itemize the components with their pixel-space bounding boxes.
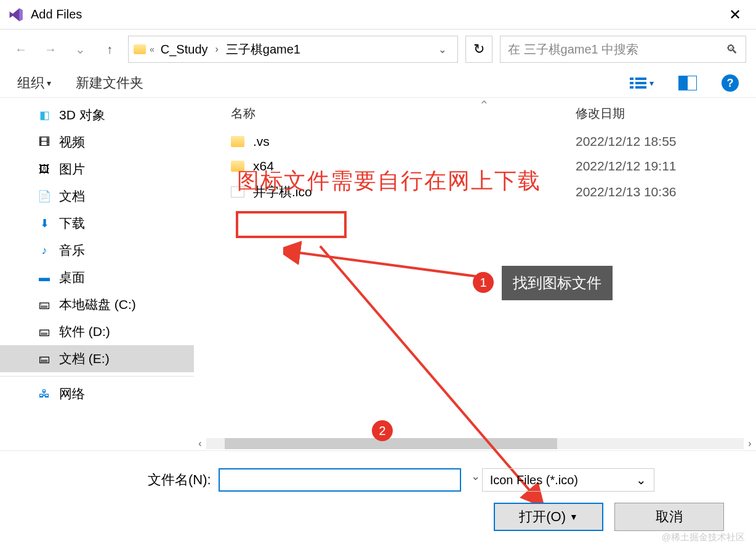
annotation-callout-1: 找到图标文件 xyxy=(502,266,613,300)
sidebar[interactable]: ◧3D 对象 🎞视频 🖼图片 📄文档 ⬇下载 ♪音乐 ▬桌面 🖴本地磁盘 (C:… xyxy=(0,98,194,450)
list-view-icon xyxy=(630,76,647,90)
svg-rect-3 xyxy=(635,82,646,84)
sidebar-item-label: 图片 xyxy=(59,161,85,178)
view-mode-button[interactable]: ▾ xyxy=(630,76,654,90)
desktop-icon: ▬ xyxy=(37,271,52,284)
sidebar-item-downloads[interactable]: ⬇下载 xyxy=(0,210,194,237)
search-input[interactable]: 在 三子棋game1 中搜索 🔍︎ xyxy=(500,36,746,63)
sort-indicator-icon[interactable]: ⌃ xyxy=(475,98,494,113)
scroll-track[interactable] xyxy=(206,438,744,449)
sidebar-item-videos[interactable]: 🎞视频 xyxy=(0,129,194,156)
refresh-button[interactable]: ↻ xyxy=(465,36,493,63)
music-icon: ♪ xyxy=(37,244,52,257)
sidebar-item-label: 音乐 xyxy=(59,242,85,259)
filename-history-dropdown[interactable]: ⌄ xyxy=(471,469,480,483)
filetype-value: Icon Files (*.ico) xyxy=(490,473,578,487)
svg-rect-5 xyxy=(635,86,646,89)
folder-icon xyxy=(134,44,146,54)
breadcrumb[interactable]: « C_Study › 三子棋game1 ⌄ xyxy=(128,36,458,63)
sidebar-item-label: 软件 (D:) xyxy=(59,323,110,340)
annotation-badge-2: 2 xyxy=(372,420,393,441)
sidebar-item-network[interactable]: 🖧网络 xyxy=(0,376,194,407)
file-row[interactable]: .vs 2022/12/12 18:55 xyxy=(194,129,756,154)
sidebar-item-label: 视频 xyxy=(59,134,85,151)
annotation-highlight-box xyxy=(236,211,347,238)
bottom-panel: 文件名(N): ⌄ Icon Files (*.ico) ⌄ 打开(O)▼ 取消 xyxy=(0,451,756,543)
preview-pane-button[interactable] xyxy=(678,76,697,90)
sidebar-item-3d[interactable]: ◧3D 对象 xyxy=(0,102,194,129)
file-date: 2022/12/12 18:55 xyxy=(576,134,677,149)
sidebar-item-music[interactable]: ♪音乐 xyxy=(0,237,194,264)
forward-button[interactable]: → xyxy=(39,38,62,60)
sidebar-item-documents[interactable]: 📄文档 xyxy=(0,183,194,210)
sidebar-item-desktop[interactable]: ▬桌面 xyxy=(0,264,194,291)
chevron-right-icon[interactable]: › xyxy=(214,44,220,55)
file-name: .vs xyxy=(253,134,576,149)
picture-icon: 🖼 xyxy=(37,163,52,175)
back-button[interactable]: ← xyxy=(10,38,32,60)
scroll-left-icon[interactable]: ‹ xyxy=(194,438,206,449)
column-headers: ⌃ 名称 修改日期 xyxy=(194,98,756,129)
annotation-red-text: 图标文件需要自行在网上下载 xyxy=(237,166,541,196)
file-date: 2022/12/12 19:11 xyxy=(576,159,677,174)
cube-icon: ◧ xyxy=(37,109,52,121)
file-date: 2022/12/13 10:36 xyxy=(576,185,677,199)
horizontal-scrollbar[interactable]: ‹ › xyxy=(194,437,756,450)
svg-rect-2 xyxy=(630,82,633,84)
document-icon: 📄 xyxy=(37,190,52,202)
vs-icon xyxy=(7,6,25,23)
filename-input[interactable] xyxy=(219,468,461,492)
network-icon: 🖧 xyxy=(37,388,52,400)
recent-dropdown[interactable]: ⌄ xyxy=(69,38,91,60)
breadcrumb-history-dropdown[interactable]: ⌄ xyxy=(432,44,452,55)
column-name[interactable]: 名称 xyxy=(231,105,576,122)
sidebar-item-label: 桌面 xyxy=(59,269,85,286)
svg-rect-0 xyxy=(630,78,633,80)
file-list-area: ⌃ 名称 修改日期 .vs 2022/12/12 18:55 x64 2022/… xyxy=(194,98,756,450)
search-icon[interactable]: 🔍︎ xyxy=(726,42,738,57)
open-button[interactable]: 打开(O)▼ xyxy=(494,503,603,531)
svg-rect-1 xyxy=(635,78,646,80)
new-folder-button[interactable]: 新建文件夹 xyxy=(76,74,143,92)
folder-icon xyxy=(231,136,244,147)
breadcrumb-seg-1[interactable]: C_Study xyxy=(158,40,211,59)
sidebar-item-label: 网络 xyxy=(59,385,85,402)
filetype-dropdown[interactable]: Icon Files (*.ico) ⌄ xyxy=(482,468,654,492)
sidebar-item-pictures[interactable]: 🖼图片 xyxy=(0,156,194,183)
column-modified[interactable]: 修改日期 xyxy=(576,105,748,122)
filename-label: 文件名(N): xyxy=(148,471,211,489)
sidebar-item-label: 下载 xyxy=(59,215,85,232)
cancel-button[interactable]: 取消 xyxy=(614,503,724,531)
film-icon: 🎞 xyxy=(37,136,52,148)
annotation-badge-1: 1 xyxy=(473,272,494,293)
organize-button[interactable]: 组织▾ xyxy=(17,74,51,92)
sidebar-item-label: 3D 对象 xyxy=(59,106,105,124)
sidebar-item-disk-d[interactable]: 🖴软件 (D:) xyxy=(0,318,194,345)
disk-icon: 🖴 xyxy=(37,353,52,365)
window-title: Add Files xyxy=(31,7,722,22)
disk-icon: 🖴 xyxy=(37,325,52,338)
help-button[interactable]: ? xyxy=(722,74,739,92)
download-icon: ⬇ xyxy=(37,217,52,230)
sidebar-item-disk-c[interactable]: 🖴本地磁盘 (C:) xyxy=(0,291,194,318)
svg-rect-4 xyxy=(630,86,633,89)
toolbar: 组织▾ 新建文件夹 ▾ ? xyxy=(0,69,756,97)
nav-row: ← → ⌄ ↑ « C_Study › 三子棋game1 ⌄ ↻ 在 三子棋ga… xyxy=(0,30,756,69)
breadcrumb-root-sep: « xyxy=(150,44,155,54)
main-area: ◧3D 对象 🎞视频 🖼图片 📄文档 ⬇下载 ♪音乐 ▬桌面 🖴本地磁盘 (C:… xyxy=(0,97,756,451)
sidebar-item-disk-e[interactable]: 🖴文档 (E:) xyxy=(0,345,194,372)
search-placeholder: 在 三子棋game1 中搜索 xyxy=(508,41,638,58)
sidebar-item-label: 文档 xyxy=(59,188,85,205)
scroll-right-icon[interactable]: › xyxy=(744,438,756,449)
scroll-thumb[interactable] xyxy=(225,438,557,449)
sidebar-item-label: 本地磁盘 (C:) xyxy=(59,296,136,313)
title-bar: Add Files ✕ xyxy=(0,0,756,30)
close-button[interactable]: ✕ xyxy=(722,1,749,28)
sidebar-item-label: 文档 (E:) xyxy=(59,350,110,367)
disk-icon: 🖴 xyxy=(37,298,52,311)
watermark: @稀土掘金技术社区 xyxy=(662,532,745,543)
up-button[interactable]: ↑ xyxy=(99,38,121,60)
breadcrumb-seg-2[interactable]: 三子棋game1 xyxy=(223,39,303,60)
chevron-down-icon: ⌄ xyxy=(636,473,646,487)
